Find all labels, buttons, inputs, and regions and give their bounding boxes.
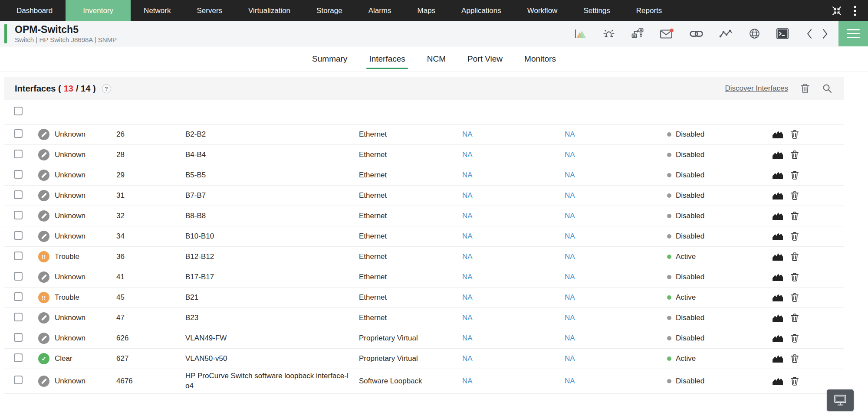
kebab-menu-icon[interactable]	[853, 5, 857, 17]
traffic-chart-icon[interactable]	[772, 212, 783, 220]
traffic-chart-icon[interactable]	[772, 334, 783, 343]
rx-traffic-link[interactable]: NA	[462, 130, 473, 138]
delete-interface-icon[interactable]	[790, 376, 799, 386]
nav-item-inventory[interactable]: Inventory	[66, 0, 131, 21]
delete-interface-icon[interactable]	[790, 334, 799, 343]
delete-interface-icon[interactable]	[790, 130, 799, 139]
nav-item-storage[interactable]: Storage	[303, 0, 355, 21]
delete-interface-icon[interactable]	[790, 191, 799, 200]
rx-traffic-link[interactable]: NA	[462, 334, 473, 342]
traffic-chart-icon[interactable]	[772, 171, 783, 180]
mail-icon[interactable]	[660, 28, 674, 39]
row-checkbox[interactable]	[14, 170, 23, 179]
delete-interface-icon[interactable]	[790, 272, 799, 282]
tx-traffic-link[interactable]: NA	[565, 314, 575, 322]
nav-item-virtualization[interactable]: Virtualization	[235, 0, 303, 21]
rx-traffic-link[interactable]: NA	[462, 252, 473, 261]
nav-item-maps[interactable]: Maps	[404, 0, 449, 21]
traffic-chart-icon[interactable]	[772, 314, 783, 322]
tab-port-view[interactable]: Port View	[467, 46, 503, 72]
tx-traffic-link[interactable]: NA	[565, 232, 575, 240]
row-checkbox[interactable]	[14, 252, 23, 260]
row-checkbox[interactable]	[14, 313, 23, 321]
remote-screen-button[interactable]	[827, 389, 854, 411]
tx-traffic-link[interactable]: NA	[565, 212, 575, 220]
delete-interface-icon[interactable]	[790, 211, 799, 221]
rx-traffic-link[interactable]: NA	[462, 150, 473, 159]
help-icon[interactable]: ?	[102, 84, 111, 93]
prev-chevron-icon[interactable]	[806, 28, 812, 39]
delete-interface-icon[interactable]	[790, 170, 799, 180]
nav-item-dashboard[interactable]: Dashboard	[3, 0, 66, 21]
traffic-chart-icon[interactable]	[772, 191, 783, 200]
row-checkbox[interactable]	[14, 353, 23, 362]
row-checkbox[interactable]	[14, 292, 23, 301]
nav-item-network[interactable]: Network	[131, 0, 184, 21]
dependency-icon[interactable]	[631, 28, 644, 39]
rx-traffic-link[interactable]: NA	[462, 377, 473, 385]
row-checkbox[interactable]	[14, 272, 23, 281]
nav-item-settings[interactable]: Settings	[570, 0, 623, 21]
nav-item-servers[interactable]: Servers	[184, 0, 235, 21]
rx-traffic-link[interactable]: NA	[462, 314, 473, 322]
tx-traffic-link[interactable]: NA	[565, 130, 575, 138]
rx-traffic-link[interactable]: NA	[462, 273, 473, 281]
nav-item-applications[interactable]: Applications	[448, 0, 514, 21]
traffic-chart-icon[interactable]	[772, 150, 783, 159]
tx-traffic-link[interactable]: NA	[565, 252, 575, 261]
globe-icon[interactable]	[749, 28, 760, 39]
hamburger-menu[interactable]	[838, 21, 868, 46]
delete-interface-icon[interactable]	[790, 313, 799, 323]
rx-traffic-link[interactable]: NA	[462, 212, 473, 220]
delete-interface-icon[interactable]	[790, 354, 799, 363]
select-all-checkbox[interactable]	[14, 107, 23, 115]
performance-chart-icon[interactable]	[574, 28, 587, 39]
delete-interface-icon[interactable]	[790, 293, 799, 302]
bulk-delete-icon[interactable]	[800, 83, 810, 94]
nav-item-alarms[interactable]: Alarms	[355, 0, 404, 21]
search-icon[interactable]	[822, 83, 832, 94]
row-checkbox[interactable]	[14, 376, 23, 384]
tx-traffic-link[interactable]: NA	[565, 150, 575, 159]
traffic-chart-icon[interactable]	[772, 293, 783, 302]
tx-traffic-link[interactable]: NA	[565, 293, 575, 301]
next-chevron-icon[interactable]	[822, 28, 828, 39]
nav-item-workflow[interactable]: Workflow	[514, 0, 571, 21]
row-checkbox[interactable]	[14, 211, 23, 219]
delete-interface-icon[interactable]	[790, 252, 799, 262]
row-checkbox[interactable]	[14, 333, 23, 342]
alarm-icon[interactable]	[602, 28, 615, 39]
tab-summary[interactable]: Summary	[311, 46, 348, 72]
row-checkbox[interactable]	[14, 231, 23, 240]
nav-item-reports[interactable]: Reports	[623, 0, 675, 21]
tx-traffic-link[interactable]: NA	[565, 273, 575, 281]
terminal-icon[interactable]	[776, 28, 789, 39]
rx-traffic-link[interactable]: NA	[462, 171, 473, 179]
traffic-chart-icon[interactable]	[772, 273, 783, 281]
tx-traffic-link[interactable]: NA	[565, 191, 575, 199]
traffic-chart-icon[interactable]	[772, 252, 783, 261]
rx-traffic-link[interactable]: NA	[462, 232, 473, 240]
row-checkbox[interactable]	[14, 190, 23, 199]
rx-traffic-link[interactable]: NA	[462, 354, 473, 363]
row-checkbox[interactable]	[14, 150, 23, 158]
tab-monitors[interactable]: Monitors	[523, 46, 557, 72]
tx-traffic-link[interactable]: NA	[565, 377, 575, 385]
traffic-chart-icon[interactable]	[772, 130, 783, 139]
discover-interfaces-link[interactable]: Discover Interfaces	[725, 84, 789, 93]
rx-traffic-link[interactable]: NA	[462, 191, 473, 199]
traffic-chart-icon[interactable]	[772, 354, 783, 363]
tab-ncm[interactable]: NCM	[426, 46, 447, 72]
tab-interfaces[interactable]: Interfaces	[368, 46, 406, 72]
collapse-icon[interactable]	[832, 6, 842, 16]
rx-traffic-link[interactable]: NA	[462, 293, 473, 301]
traffic-chart-icon[interactable]	[772, 377, 783, 386]
tx-traffic-link[interactable]: NA	[565, 354, 575, 363]
delete-interface-icon[interactable]	[790, 150, 799, 160]
response-graph-icon[interactable]	[719, 29, 733, 39]
tx-traffic-link[interactable]: NA	[565, 334, 575, 342]
tx-traffic-link[interactable]: NA	[565, 171, 575, 179]
delete-interface-icon[interactable]	[790, 232, 799, 241]
traffic-chart-icon[interactable]	[772, 232, 783, 241]
link-icon[interactable]	[689, 29, 704, 39]
